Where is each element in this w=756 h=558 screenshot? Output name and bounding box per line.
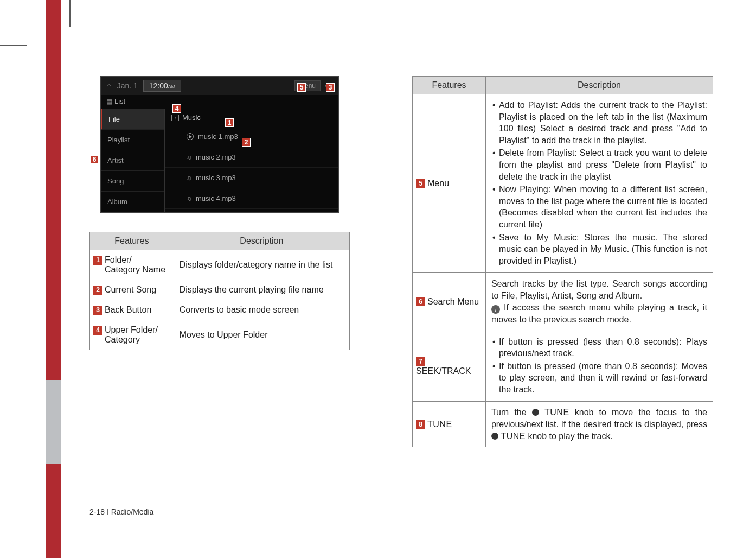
knob-icon — [491, 433, 498, 440]
play-icon — [187, 133, 194, 140]
row-badge: 3 — [93, 306, 102, 315]
folder-header[interactable]: ↑ Music — [165, 109, 338, 126]
row-badge: 1 — [93, 256, 102, 265]
desc-text: knob to play the track. — [528, 432, 613, 441]
track-row[interactable]: music 1.mp3 — [165, 126, 338, 147]
desc-item: Now Playing: When moving to a different … — [491, 183, 707, 230]
desc-item: If button is pressed (more than 0.8 seco… — [491, 360, 707, 396]
sub-status-bar: ▤ List — [101, 95, 338, 109]
row-badge: 6 — [416, 297, 425, 306]
row-badge: 7 — [416, 357, 425, 366]
callout-6: 6 — [90, 155, 99, 164]
content-list: ↑ Music music 1.mp3 ♫ music 2.mp3 ♫ musi… — [165, 109, 338, 212]
desc-text: Turn the — [491, 408, 532, 417]
callout-5: 5 — [297, 83, 306, 92]
note-icon: ♫ — [187, 154, 191, 161]
side-item-album[interactable]: Album — [101, 192, 164, 212]
desc-item: Save to My Music: Stores the music. The … — [491, 232, 707, 267]
row-badge: 4 — [93, 326, 102, 335]
callout-4: 4 — [172, 104, 181, 113]
page-edge-strip — [46, 0, 61, 558]
track-row[interactable]: ♫ music 4.mp3 — [165, 188, 338, 209]
list-label: List — [114, 97, 125, 105]
table-row: 2Current Song Displays the current playi… — [90, 280, 350, 300]
page-edge-tab — [46, 380, 61, 464]
desc-item: If button is pressed (less than 0.8 seco… — [491, 336, 707, 359]
knob-icon — [532, 409, 539, 416]
desc-item: Add to Playlist: Adds the current track … — [491, 99, 707, 146]
row-badge: 2 — [93, 286, 102, 295]
callout-2: 2 — [242, 138, 251, 147]
tune-label: TUNE — [501, 432, 526, 441]
table-row: 4Upper Folder/ Category Moves to Upper F… — [90, 320, 350, 350]
table-row: 5Menu Add to Playlist: Adds the current … — [413, 94, 713, 273]
th-description: Description — [485, 77, 713, 94]
time-label: 12:00AM — [143, 80, 182, 92]
th-features: Features — [90, 232, 174, 250]
features-table-left: Features Description 1Folder/ Category N… — [89, 232, 350, 350]
callout-1: 1 — [225, 118, 234, 127]
track-row[interactable]: ♫ music 2.mp3 — [165, 147, 338, 168]
desc-text: If access the search menu while playing … — [491, 303, 707, 324]
table-row: 6Search Menu Search tracks by the list t… — [413, 273, 713, 331]
list-icon: ▤ — [106, 98, 112, 105]
row-badge: 5 — [416, 179, 425, 188]
side-item-playlist[interactable]: Playlist — [101, 130, 164, 150]
date-label: Jan. 1 — [117, 81, 138, 90]
page-footer: 2-18 I Radio/Media — [89, 508, 153, 516]
note-icon: ♫ — [187, 195, 191, 202]
features-table-right: Features Description 5Menu Add to Playli… — [412, 76, 713, 447]
home-icon: ⌂ — [106, 81, 112, 91]
table-row: 3Back Button Converts to basic mode scre… — [90, 300, 350, 320]
desc-text: Search tracks by the list type. Search s… — [491, 279, 707, 300]
table-row: 1Folder/ Category Name Displays folder/c… — [90, 250, 350, 280]
side-item-song[interactable]: Song — [101, 171, 164, 192]
th-description: Description — [174, 232, 349, 250]
device-screenshot: ⌂ Jan. 1 12:00AM Menu ↩ ▤ List File — [100, 76, 339, 213]
side-item-artist[interactable]: Artist — [101, 150, 164, 171]
tune-label: TUNE — [544, 408, 569, 417]
info-icon: i — [491, 305, 500, 314]
crop-mark — [0, 45, 27, 46]
track-row[interactable]: ♫ music 3.mp3 — [165, 168, 338, 188]
crop-mark — [69, 0, 71, 27]
side-item-file[interactable]: File — [101, 109, 164, 130]
side-menu: File Playlist Artist Song Album — [101, 109, 165, 212]
row-badge: 8 — [416, 420, 425, 429]
desc-item: Delete from Playlist: Select a track you… — [491, 147, 707, 182]
note-icon: ♫ — [187, 174, 191, 182]
table-row: 8TUNE Turn the TUNE knob to move the foc… — [413, 402, 713, 447]
up-folder-icon: ↑ — [171, 115, 179, 121]
table-row: 7SEEK/TRACK If button is pressed (less t… — [413, 331, 713, 402]
callout-3: 3 — [326, 83, 335, 92]
th-features: Features — [413, 77, 486, 94]
folder-name: Music — [182, 113, 201, 122]
